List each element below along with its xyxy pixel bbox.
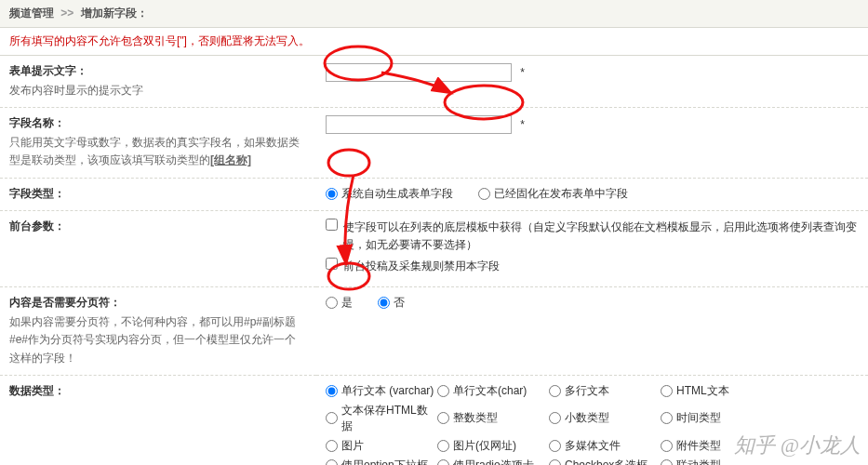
datatype-grid: 单行文本 (varchar)单行文本(char)多行文本HTML文本文本保存HT… <box>326 383 859 465</box>
datatype-opt[interactable]: 小数类型 <box>549 403 661 434</box>
label-prompt-desc: 发布内容时显示的提示文字 <box>9 82 307 100</box>
radio-label: 单行文本 (varchar) <box>341 383 434 399</box>
radio-datatype[interactable] <box>661 412 673 424</box>
label-prompt-title: 表单提示文字： <box>9 63 307 79</box>
row-prompt: 表单提示文字： 发布内容时显示的提示文字 * <box>0 56 868 108</box>
breadcrumb-sep: >> <box>60 7 73 20</box>
radio-datatype[interactable] <box>326 440 338 452</box>
radio-label: 否 <box>394 295 405 311</box>
label-name-title: 字段名称： <box>9 115 307 131</box>
fieldtype-opt-fixed[interactable]: 已经固化在发布表单中字段 <box>478 186 628 202</box>
checkbox-label: 前台投稿及采集规则禁用本字段 <box>343 258 500 275</box>
datatype-opt[interactable]: 时间类型 <box>661 403 772 434</box>
checkbox-label: 使字段可以在列表的底层模板中获得（自定义字段默认仅能在文档模板显示，启用此选项将… <box>343 219 859 254</box>
datatype-opt[interactable]: 使用radio选项卡 <box>437 458 549 465</box>
datatype-opt[interactable]: 单行文本 (varchar) <box>326 383 437 399</box>
radio-datatype[interactable] <box>661 385 673 397</box>
page: 频道管理 >> 增加新字段： 所有填写的内容不允许包含双引号["]，否则配置将无… <box>0 0 868 465</box>
front-cb1-row: 使字段可以在列表的底层模板中获得（自定义字段默认仅能在文档模板显示，启用此选项将… <box>326 219 859 254</box>
radio-fieldtype-fixed[interactable] <box>478 188 490 200</box>
form-table: 表单提示文字： 发布内容时显示的提示文字 * 字段名称： 只能用英文字母或数字，… <box>0 56 868 465</box>
radio-label: 使用radio选项卡 <box>453 458 534 465</box>
radio-label: 联动类型 <box>676 458 721 465</box>
radio-label: 图片(仅网址) <box>453 438 516 454</box>
pagebreak-yes[interactable]: 是 <box>326 295 353 311</box>
row-front: 前台参数： 使字段可以在列表的底层模板中获得（自定义字段默认仅能在文档模板显示，… <box>0 210 868 287</box>
checkbox-disable-front[interactable] <box>326 258 338 270</box>
required-mark: * <box>520 66 525 79</box>
radio-label: 时间类型 <box>676 410 721 426</box>
radio-datatype[interactable] <box>661 459 673 465</box>
datatype-opt[interactable]: 图片(仅网址) <box>437 438 549 454</box>
radio-label: Checkbox多选框 <box>565 458 648 465</box>
radio-pagebreak-yes[interactable] <box>326 297 338 309</box>
datatype-opt[interactable]: 附件类型 <box>661 438 772 454</box>
required-mark: * <box>520 118 525 131</box>
radio-label: 图片 <box>341 438 364 454</box>
datatype-opt[interactable]: 多行文本 <box>549 383 661 399</box>
label-name-desc-b: [组名称] <box>210 153 251 166</box>
row-datatype: 数据类型： 单行文本 (varchar)单行文本(char)多行文本HTML文本… <box>0 375 868 465</box>
datatype-opt[interactable]: 文本保存HTML数据 <box>326 403 437 434</box>
radio-label: 小数类型 <box>565 410 609 426</box>
radio-label: 已经固化在发布表单中字段 <box>494 186 628 202</box>
datatype-opt[interactable]: 单行文本(char) <box>437 383 549 399</box>
radio-datatype[interactable] <box>549 440 561 452</box>
datatype-opt[interactable]: Checkbox多选框 <box>549 458 661 465</box>
label-pagebreak-desc: 如果内容需要分页符，不论何种内容，都可以用#p#副标题#e#作为分页符号实现内容… <box>9 313 307 367</box>
datatype-opt[interactable]: 多媒体文件 <box>549 438 661 454</box>
radio-pagebreak-no[interactable] <box>378 297 390 309</box>
radio-label: 系统自动生成表单字段 <box>341 186 453 202</box>
radio-datatype[interactable] <box>549 459 561 465</box>
radio-datatype[interactable] <box>437 440 449 452</box>
breadcrumb-root: 频道管理 <box>9 7 54 20</box>
radio-datatype[interactable] <box>326 412 338 424</box>
label-name-desc: 只能用英文字母或数字，数据表的真实字段名，如果数据类型是联动类型，该项应该填写联… <box>9 134 307 169</box>
breadcrumb: 频道管理 >> 增加新字段： <box>0 0 868 28</box>
warning-text: 所有填写的内容不允许包含双引号["]，否则配置将无法写入。 <box>0 28 868 56</box>
radio-datatype[interactable] <box>549 412 561 424</box>
radio-label: HTML文本 <box>676 383 729 399</box>
radio-label: 单行文本(char) <box>453 383 527 399</box>
row-fieldtype: 字段类型： 系统自动生成表单字段 已经固化在发布表单中字段 <box>0 178 868 210</box>
radio-label: 多行文本 <box>565 383 609 399</box>
radio-datatype[interactable] <box>549 385 561 397</box>
breadcrumb-current: 增加新字段： <box>81 7 148 20</box>
fieldtype-opt-auto[interactable]: 系统自动生成表单字段 <box>326 186 453 202</box>
radio-label: 多媒体文件 <box>565 438 621 454</box>
radio-label: 附件类型 <box>676 438 721 454</box>
datatype-opt[interactable]: HTML文本 <box>661 383 772 399</box>
label-name-desc-a: 只能用英文字母或数字，数据表的真实字段名，如果数据类型是联动类型，该项应该填写联… <box>9 136 300 166</box>
radio-datatype[interactable] <box>437 459 449 465</box>
label-datatype-title: 数据类型： <box>9 383 307 399</box>
front-cb2-row: 前台投稿及采集规则禁用本字段 <box>326 258 859 275</box>
radio-label: 是 <box>341 295 353 311</box>
label-fieldtype-title: 字段类型： <box>9 186 307 202</box>
radio-datatype[interactable] <box>437 385 449 397</box>
radio-label: 文本保存HTML数据 <box>341 403 437 434</box>
radio-datatype[interactable] <box>326 385 338 397</box>
prompt-input[interactable] <box>326 63 512 82</box>
row-pagebreak: 内容是否需要分页符： 如果内容需要分页符，不论何种内容，都可以用#p#副标题#e… <box>0 287 868 376</box>
row-name: 字段名称： 只能用英文字母或数字，数据表的真实字段名，如果数据类型是联动类型，该… <box>0 108 868 178</box>
label-pagebreak-title: 内容是否需要分页符： <box>9 295 307 311</box>
datatype-opt[interactable]: 整数类型 <box>437 403 549 434</box>
label-front-title: 前台参数： <box>9 219 307 234</box>
radio-datatype[interactable] <box>661 440 673 452</box>
radio-fieldtype-auto[interactable] <box>326 188 338 200</box>
fieldname-input[interactable] <box>326 115 512 134</box>
radio-label: 使用option下拉框 <box>341 458 428 465</box>
radio-label: 整数类型 <box>453 410 498 426</box>
datatype-opt[interactable]: 图片 <box>326 438 437 454</box>
datatype-opt[interactable]: 使用option下拉框 <box>326 458 437 465</box>
checkbox-list-enable[interactable] <box>326 219 338 231</box>
pagebreak-no[interactable]: 否 <box>378 295 405 311</box>
radio-datatype[interactable] <box>326 459 338 465</box>
datatype-opt[interactable]: 联动类型 <box>661 458 772 465</box>
radio-datatype[interactable] <box>437 412 449 424</box>
